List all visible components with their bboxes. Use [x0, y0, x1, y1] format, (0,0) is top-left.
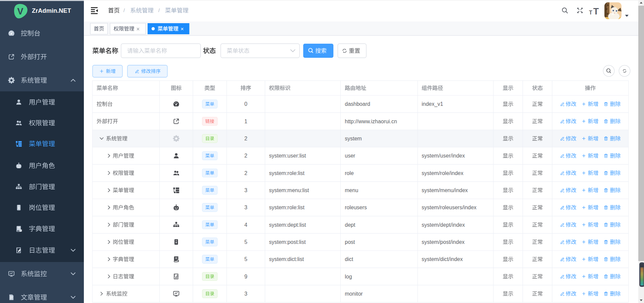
svg-text:system:menu:list: system:menu:list: [269, 187, 309, 193]
svg-text:2: 2: [244, 153, 247, 159]
svg-text:dict: dict: [345, 256, 353, 262]
svg-text:system:role:list: system:role:list: [269, 205, 305, 210]
svg-text:http://www.izhaorui.cn: http://www.izhaorui.cn: [345, 119, 397, 124]
svg-text:post: post: [345, 239, 355, 245]
svg-text:user: user: [345, 153, 356, 159]
svg-text:index_v1: index_v1: [422, 101, 443, 107]
svg-text:system:dept:list: system:dept:list: [269, 222, 306, 228]
svg-text:system/dict/index: system/dict/index: [422, 256, 463, 262]
svg-text:system/roleusers/index: system/roleusers/index: [422, 205, 477, 210]
svg-text:system/role/index: system/role/index: [422, 170, 464, 176]
svg-text:0: 0: [244, 101, 247, 107]
svg-text:5: 5: [244, 239, 247, 245]
svg-text:monitor: monitor: [345, 291, 363, 297]
svg-text:T: T: [589, 10, 592, 15]
svg-text:3: 3: [244, 187, 247, 193]
svg-text:5: 5: [244, 256, 247, 262]
svg-text:log: log: [345, 274, 352, 279]
svg-text:V: V: [17, 6, 23, 16]
svg-text:9: 9: [244, 274, 247, 279]
svg-text:dept: dept: [345, 222, 356, 228]
svg-text:system:dict:list: system:dict:list: [269, 256, 304, 262]
svg-text:3: 3: [244, 291, 247, 297]
svg-text:system/menu/index: system/menu/index: [422, 187, 468, 193]
svg-text:system/user/index: system/user/index: [422, 153, 465, 159]
svg-text:dashboard: dashboard: [345, 101, 370, 107]
svg-text:1: 1: [244, 119, 247, 124]
svg-text:system:post:list: system:post:list: [269, 239, 306, 245]
svg-text:system/post/index: system/post/index: [422, 239, 465, 245]
svg-text:menu: menu: [345, 187, 358, 193]
svg-text:system:user:list: system:user:list: [269, 153, 306, 159]
svg-text:2: 2: [244, 136, 247, 141]
svg-text:roleusers: roleusers: [345, 205, 367, 210]
svg-text:4: 4: [244, 222, 247, 228]
svg-text:T: T: [593, 6, 599, 16]
svg-text:ZrAdmin.NET: ZrAdmin.NET: [32, 7, 71, 14]
svg-text:system:role:list: system:role:list: [269, 170, 305, 176]
svg-text:role: role: [345, 170, 354, 176]
svg-text:2: 2: [244, 170, 247, 176]
svg-text:3: 3: [244, 205, 247, 210]
svg-text:system: system: [345, 136, 362, 141]
svg-text:system/dept/index: system/dept/index: [422, 222, 465, 228]
